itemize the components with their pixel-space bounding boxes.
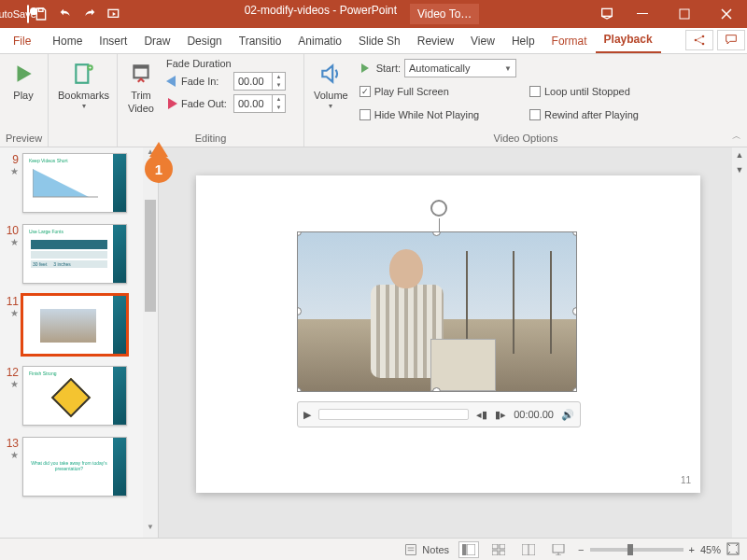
tab-insert[interactable]: Insert (91, 29, 135, 53)
svg-rect-15 (406, 544, 416, 554)
video-object[interactable]: ▶ ◂▮ ▮▸ 00:00.00 🔊 (297, 231, 581, 427)
normal-view-icon[interactable] (458, 541, 479, 558)
video-progress[interactable] (318, 409, 469, 420)
rewind-after-playing-checkbox[interactable]: Rewind after Playing (529, 105, 639, 125)
autosave-toggle[interactable]: AutoSave (7, 5, 26, 23)
svg-point-7 (702, 43, 705, 46)
start-label: Start: (376, 63, 401, 74)
slide-number: 11 (681, 475, 691, 485)
svg-rect-22 (492, 551, 498, 555)
thumbnail-11[interactable]: 11★ (0, 289, 158, 360)
group-label-preview: Preview (6, 131, 42, 146)
svg-rect-8 (76, 64, 88, 83)
video-controls: ▶ ◂▮ ▮▸ 00:00.00 🔊 (297, 401, 581, 427)
svg-rect-23 (500, 551, 505, 555)
svg-rect-21 (500, 544, 505, 549)
group-label-video-options: Video Options (310, 131, 741, 146)
fade-duration-label: Fade Duration (166, 58, 286, 69)
ribbon-tabs: File Home Insert Draw Design Transitio A… (0, 28, 747, 54)
reading-view-icon[interactable] (518, 541, 539, 558)
video-prev-frame-icon[interactable]: ◂▮ (476, 409, 487, 421)
thumbnail-13[interactable]: 13★ What did you take away from today's … (0, 431, 158, 502)
fade-out-icon (166, 98, 177, 109)
zoom-slider[interactable] (590, 548, 684, 552)
svg-rect-0 (38, 8, 43, 11)
title-bar: AutoSave 02-modify-videos - PowerPoint V… (0, 0, 747, 28)
maximize-button[interactable] (663, 0, 705, 28)
collapse-ribbon-icon[interactable]: ︿ (732, 130, 741, 143)
tab-animations[interactable]: Animatio (289, 29, 350, 53)
document-title: 02-modify-videos - PowerPoint (245, 4, 397, 24)
callout-marker-1: 1 (145, 138, 173, 183)
fade-out-input[interactable]: 00.00▲▼ (233, 94, 286, 113)
hide-while-not-playing-checkbox[interactable]: Hide While Not Playing (359, 105, 516, 125)
thumbnail-9[interactable]: 9★ Keep Videos Short (0, 147, 158, 218)
zoom-out-icon[interactable]: − (578, 544, 584, 555)
slide-canvas[interactable]: 11 ▶ (159, 147, 747, 538)
slideshow-view-icon[interactable] (548, 541, 569, 558)
fade-in-input[interactable]: 00.00▲▼ (233, 72, 286, 91)
comments-button[interactable] (717, 30, 745, 50)
start-icon (359, 62, 373, 75)
svg-rect-2 (602, 8, 613, 16)
svg-rect-18 (462, 544, 466, 555)
thumbnail-12[interactable]: 12★ Finish Strong (0, 360, 158, 431)
contextual-tab-video-tools: Video To… (410, 4, 479, 24)
start-from-beginning-icon[interactable] (105, 5, 123, 23)
redo-icon[interactable] (80, 5, 99, 23)
share-button[interactable] (685, 30, 713, 50)
thumbnail-10[interactable]: 10★ Use Large Fonts 30 feet 3 inches (0, 218, 158, 289)
notes-button[interactable]: Notes (403, 542, 449, 557)
slide-thumbnail-panel: 9★ Keep Videos Short 10★ Use Large Fonts… (0, 147, 159, 538)
loop-until-stopped-checkbox[interactable]: Loop until Stopped (529, 81, 639, 102)
trim-video-button[interactable]: TrimVideo (123, 58, 159, 116)
close-button[interactable] (705, 0, 747, 28)
rotate-handle[interactable] (430, 200, 447, 217)
start-dropdown[interactable]: Automatically▼ (404, 59, 516, 77)
zoom-in-icon[interactable]: + (689, 544, 695, 555)
play-full-screen-checkbox[interactable]: ✓Play Full Screen (359, 81, 516, 102)
svg-rect-19 (467, 544, 475, 555)
tab-view[interactable]: View (462, 29, 503, 53)
svg-rect-26 (553, 544, 564, 553)
tab-help[interactable]: Help (503, 29, 543, 53)
minimize-button[interactable] (621, 0, 663, 28)
video-next-frame-icon[interactable]: ▮▸ (495, 409, 506, 421)
svg-point-6 (702, 35, 705, 38)
svg-rect-3 (637, 13, 648, 14)
ribbon-display-options-icon[interactable] (593, 6, 621, 23)
bookmarks-button[interactable]: Bookmarks ▾ (54, 58, 113, 113)
svg-rect-20 (492, 544, 498, 549)
fade-in-icon (166, 76, 177, 87)
video-time: 00:00.00 (514, 409, 554, 420)
fade-out-label: Fade Out: (181, 98, 230, 109)
slide: 11 ▶ (196, 175, 700, 493)
thumbnail-scrollbar[interactable]: ▲ ▼ (143, 147, 158, 538)
svg-point-5 (695, 39, 698, 42)
video-mute-icon[interactable]: 🔊 (561, 409, 574, 421)
play-button[interactable]: Play (6, 58, 41, 103)
fade-in-label: Fade In: (181, 76, 230, 87)
tab-draw[interactable]: Draw (135, 29, 178, 53)
tab-playback[interactable]: Playback (596, 27, 661, 53)
slide-sorter-view-icon[interactable] (488, 541, 509, 558)
svg-rect-11 (134, 65, 148, 68)
tab-review[interactable]: Review (409, 29, 462, 53)
tab-design[interactable]: Design (178, 29, 230, 53)
tab-format[interactable]: Format (543, 29, 596, 53)
tab-slideshow[interactable]: Slide Sh (350, 29, 409, 53)
volume-button[interactable]: Volume▾ (310, 58, 352, 113)
fit-to-window-icon[interactable] (726, 542, 740, 557)
tab-home[interactable]: Home (44, 29, 91, 53)
ribbon: Play Preview Bookmarks ▾ TrimVideo Fade … (0, 54, 747, 147)
video-play-icon[interactable]: ▶ (303, 409, 311, 421)
status-bar: Notes − + 45% (0, 538, 747, 560)
svg-rect-4 (680, 9, 689, 19)
svg-marker-12 (33, 169, 89, 197)
tab-file[interactable]: File (0, 29, 44, 53)
undo-icon[interactable] (56, 5, 75, 23)
tab-transitions[interactable]: Transitio (231, 29, 290, 53)
zoom-level[interactable]: 45% (700, 544, 721, 555)
canvas-scrollbar[interactable]: ▲▼ (732, 147, 747, 538)
